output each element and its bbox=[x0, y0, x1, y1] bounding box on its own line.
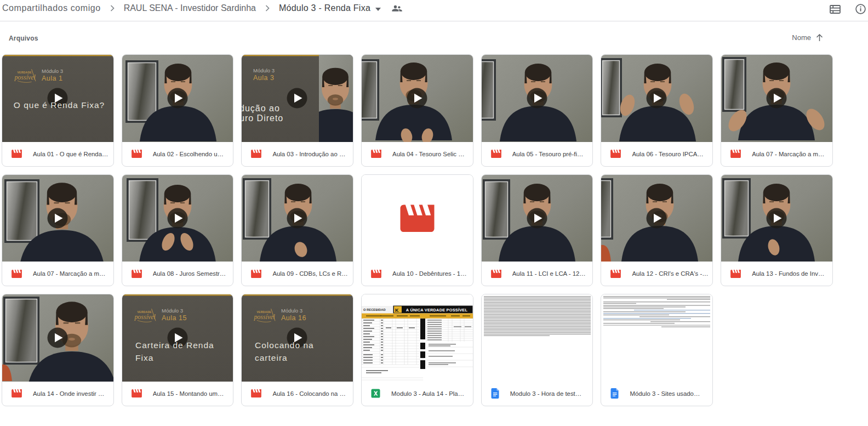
svg-text:Módulo 3: Módulo 3 bbox=[253, 67, 275, 73]
svg-text:Módulo 3: Módulo 3 bbox=[281, 308, 302, 314]
svg-text:Carteira de Renda: Carteira de Renda bbox=[135, 340, 214, 350]
svg-text:Fixa: Fixa bbox=[135, 353, 153, 362]
svg-text:possível: possível bbox=[254, 313, 276, 321]
svg-text:Aula 1: Aula 1 bbox=[42, 75, 62, 82]
svg-text:Módulo 3: Módulo 3 bbox=[42, 68, 63, 74]
svg-text:O RECEBIDAD: O RECEBIDAD bbox=[363, 308, 386, 311]
svg-text:uro Direto: uro Direto bbox=[242, 113, 283, 123]
svg-text:possível: possível bbox=[14, 73, 36, 81]
svg-text:Aula 15: Aula 15 bbox=[162, 314, 187, 322]
svg-text:K: K bbox=[395, 308, 399, 313]
svg-text:Módulo 3: Módulo 3 bbox=[162, 308, 183, 314]
svg-text:dução ao: dução ao bbox=[242, 104, 280, 113]
svg-text:carteira: carteira bbox=[255, 353, 288, 362]
svg-text:possível: possível bbox=[134, 313, 156, 321]
svg-text:A ÚNICA VERDADE POSSÍVEL: A ÚNICA VERDADE POSSÍVEL bbox=[406, 308, 468, 313]
svg-text:Colocando na: Colocando na bbox=[255, 340, 314, 350]
svg-text:Aula 16: Aula 16 bbox=[281, 314, 306, 322]
svg-text:O que é Renda Fixa?: O que é Renda Fixa? bbox=[14, 100, 105, 110]
svg-text:Aula 3: Aula 3 bbox=[253, 74, 274, 82]
